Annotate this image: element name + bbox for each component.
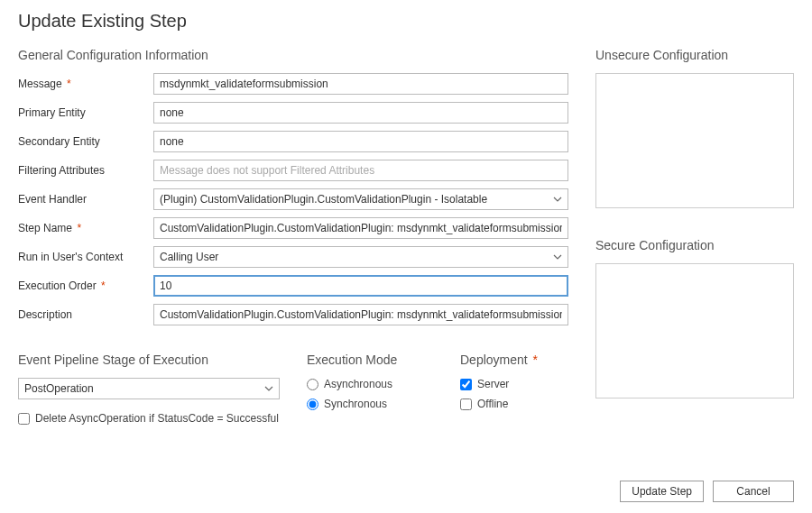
primary-entity-label: Primary Entity [18,106,153,119]
required-marker: * [533,353,538,367]
filtering-attributes-input [153,160,568,181]
event-handler-select[interactable]: (Plugin) CustomValidationPlugin.CustomVa… [153,188,568,210]
page-title: Update Existing Step [0,0,812,39]
delete-async-checkbox[interactable] [18,413,30,425]
exec-mode-section-title: Execution Mode [307,353,433,367]
secondary-entity-input[interactable] [153,131,568,152]
unsecure-config-textarea[interactable] [595,73,794,208]
event-handler-label: Event Handler [18,193,153,206]
server-checkbox[interactable] [460,379,472,390]
pipeline-stage-select[interactable]: PostOperation [18,378,280,399]
synchronous-radio[interactable] [307,398,318,410]
asynchronous-radio[interactable] [307,379,318,390]
execution-order-input[interactable] [153,275,568,297]
step-name-label: Step Name * [18,222,153,234]
secure-config-textarea[interactable] [595,263,794,398]
unsecure-config-title: Unsecure Configuration [595,48,794,62]
general-section-title: General Configuration Information [18,48,568,62]
delete-async-label: Delete AsyncOperation if StatusCode = Su… [35,412,279,425]
secondary-entity-label: Secondary Entity [18,135,153,148]
description-input[interactable] [153,304,568,325]
server-label: Server [477,378,509,390]
secure-config-title: Secure Configuration [595,238,794,252]
run-in-users-context-label: Run in User's Context [18,251,153,263]
offline-label: Offline [477,398,508,410]
synchronous-label: Synchronous [324,398,387,410]
execution-order-label: Execution Order * [18,279,153,292]
run-in-users-context-select[interactable]: Calling User [153,246,568,268]
offline-checkbox[interactable] [460,398,472,410]
message-label: Message * [18,78,153,90]
asynchronous-label: Asynchronous [324,378,392,390]
pipeline-section-title: Event Pipeline Stage of Execution [18,353,280,367]
cancel-button[interactable]: Cancel [713,481,794,502]
step-name-input[interactable] [153,217,568,239]
message-input[interactable] [153,73,568,95]
update-step-button[interactable]: Update Step [620,481,704,502]
required-marker: * [77,222,81,234]
primary-entity-input[interactable] [153,102,568,124]
description-label: Description [18,308,153,321]
required-marker: * [101,279,106,292]
deployment-section-title: Deployment * [460,353,568,367]
filtering-attributes-label: Filtering Attributes [18,164,153,177]
required-marker: * [67,78,71,90]
